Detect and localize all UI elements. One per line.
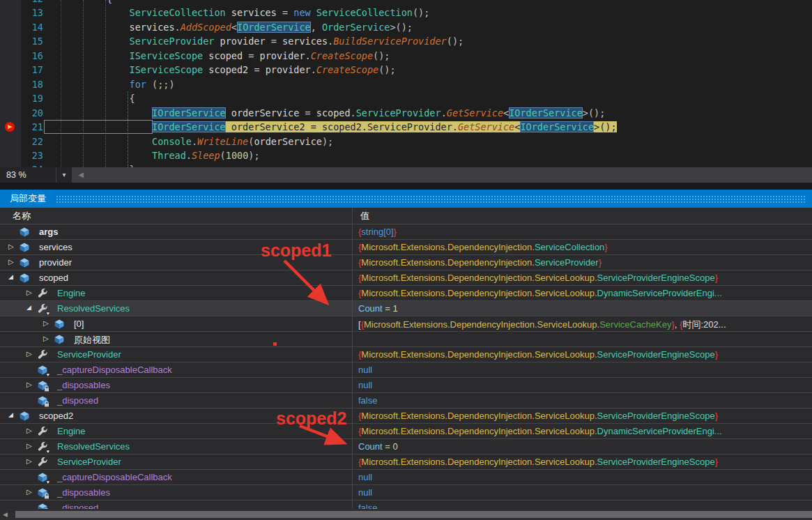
value-segment: ServiceProvider xyxy=(535,257,599,268)
code-token xyxy=(61,36,130,47)
field-icon xyxy=(38,381,47,390)
variable-name: scoped2 xyxy=(39,411,73,421)
value-segment: ServiceProviderEngineScope xyxy=(597,273,715,283)
code-token: orderService xyxy=(226,107,305,118)
field-icon xyxy=(54,319,64,329)
value-segment: null xyxy=(358,380,372,390)
scrollbar-thumb[interactable] xyxy=(15,511,812,518)
variable-value[interactable]: {Microsoft.Extensions.DependencyInjectio… xyxy=(358,257,812,268)
value-segment: = 0 xyxy=(383,441,398,452)
column-header-value[interactable]: 值 xyxy=(360,210,369,222)
locals-row-ResolvedServices[interactable]: ◢♥ResolvedServicesCount = 1 xyxy=(0,301,812,316)
locals-row-ResolvedServices[interactable]: ▷♥ResolvedServicesCount = 0 xyxy=(0,439,812,454)
variable-value[interactable]: [{Microsoft.Extensions.DependencyInjecti… xyxy=(358,319,812,331)
code-token xyxy=(146,79,152,90)
variable-value[interactable]: {Microsoft.Extensions.DependencyInjectio… xyxy=(358,426,812,436)
column-divider[interactable] xyxy=(352,208,353,520)
expand-arrow-icon[interactable]: ▷ xyxy=(26,381,35,388)
locals-row-_disposables[interactable]: ▷_disposablesnull xyxy=(0,485,812,500)
internal-heart-icon: ♥ xyxy=(47,372,49,377)
field-icon: ♥ xyxy=(38,473,47,482)
value-segment: DynamicServiceProviderEngi... xyxy=(597,426,722,436)
locals-row-Engine[interactable]: ▷Engine{Microsoft.Extensions.DependencyI… xyxy=(0,286,812,301)
scroll-left-icon[interactable]: ◀ xyxy=(3,510,8,519)
annotation-scoped1: scoped1 xyxy=(261,240,331,261)
column-header-name[interactable]: 名称 xyxy=(13,210,31,222)
code-token xyxy=(61,79,130,90)
property-icon: ♥ xyxy=(38,304,47,314)
variable-value[interactable]: {Microsoft.Extensions.DependencyInjectio… xyxy=(358,349,812,360)
variable-value[interactable]: null xyxy=(358,472,812,482)
locals-row-provider[interactable]: ▷provider{Microsoft.Extensions.Dependenc… xyxy=(0,255,812,270)
collapse-arrow-icon[interactable]: ◢ xyxy=(8,273,17,280)
value-segment: } xyxy=(715,457,718,467)
locals-horizontal-scrollbar[interactable]: ◀ xyxy=(0,509,812,520)
expand-arrow-icon[interactable]: ▷ xyxy=(43,319,52,327)
code-editor[interactable]: 12131415161718192021222324 { ServiceColl… xyxy=(0,0,812,167)
locals-row-[0][interactable]: ▷[0][{Microsoft.Extensions.DependencyInj… xyxy=(0,316,812,332)
variable-value[interactable]: null xyxy=(358,365,812,375)
code-token: . xyxy=(311,64,316,75)
locals-row-原始视图[interactable]: ▷原始视图 xyxy=(0,332,812,347)
value-segment: string[0] xyxy=(361,227,393,237)
locals-row-ServiceProvider[interactable]: ▷ServiceProvider{Microsoft.Extensions.De… xyxy=(0,347,812,362)
annotation-dot xyxy=(273,342,277,346)
horizontal-scrollbar[interactable] xyxy=(90,167,812,183)
code-line-16: IServiceScope scoped = provider.CreateSc… xyxy=(61,49,390,63)
locals-row-services[interactable]: ▷services{Microsoft.Extensions.Dependenc… xyxy=(0,240,812,255)
variable-value[interactable]: null xyxy=(358,487,812,498)
expand-arrow-icon[interactable]: ▷ xyxy=(26,488,35,496)
code-token: . xyxy=(328,36,333,47)
locals-row-Engine[interactable]: ▷Engine{Microsoft.Extensions.DependencyI… xyxy=(0,424,812,439)
expand-arrow-icon[interactable]: ▷ xyxy=(8,243,17,250)
locals-row-_captureDisposableCallback[interactable]: ♥_captureDisposableCallbacknull xyxy=(0,362,812,378)
value-segment: Microsoft.Extensions.DependencyInjection… xyxy=(364,319,599,330)
private-lock-icon xyxy=(44,493,49,500)
expand-arrow-icon[interactable]: ▷ xyxy=(26,442,35,450)
variable-name: Engine xyxy=(57,288,85,298)
locals-row-_disposed[interactable]: _disposedfalse xyxy=(0,393,812,408)
zoom-dropdown-icon[interactable]: ▾ xyxy=(56,167,72,183)
variable-name: 原始视图 xyxy=(74,334,110,346)
code-token: = xyxy=(248,50,259,61)
variable-value[interactable]: {Microsoft.Extensions.DependencyInjectio… xyxy=(358,457,812,467)
expand-arrow-icon[interactable]: ▷ xyxy=(43,335,52,342)
locals-row-scoped[interactable]: ◢scoped{Microsoft.Extensions.DependencyI… xyxy=(0,270,812,286)
expand-arrow-icon[interactable]: ▷ xyxy=(26,457,35,465)
locals-title-bar[interactable]: 局部变量 xyxy=(0,190,812,208)
scroll-left-icon[interactable]: ◀ xyxy=(72,167,90,183)
variable-value[interactable]: null xyxy=(358,380,812,390)
collapse-arrow-icon[interactable]: ◢ xyxy=(26,304,35,311)
variable-value[interactable]: {Microsoft.Extensions.DependencyInjectio… xyxy=(358,242,812,252)
code-token xyxy=(61,136,152,147)
internal-heart-icon: ♥ xyxy=(47,449,49,454)
variable-value[interactable]: Count = 0 xyxy=(358,441,812,452)
code-token: { xyxy=(61,0,112,4)
variable-name: ServiceProvider xyxy=(57,349,121,360)
expand-arrow-icon[interactable]: ▷ xyxy=(26,427,35,434)
code-token: new xyxy=(293,7,310,18)
expand-arrow-icon[interactable]: ▷ xyxy=(26,289,35,296)
value-segment: ServiceCollection xyxy=(535,242,604,252)
locals-row-scoped2[interactable]: ◢scoped2{Microsoft.Extensions.Dependency… xyxy=(0,408,812,424)
code-token: OrderService xyxy=(322,22,390,33)
variable-value[interactable]: {Microsoft.Extensions.DependencyInjectio… xyxy=(358,411,812,421)
expand-arrow-icon[interactable]: ▷ xyxy=(8,258,17,266)
locals-row-ServiceProvider[interactable]: ▷ServiceProvider{Microsoft.Extensions.De… xyxy=(0,454,812,470)
variable-value[interactable]: {string[0]} xyxy=(358,227,812,237)
variable-value[interactable]: false xyxy=(358,395,812,406)
locals-row-args[interactable]: args{string[0]} xyxy=(0,224,812,240)
variable-value[interactable]: {Microsoft.Extensions.DependencyInjectio… xyxy=(358,288,812,298)
locals-row-_disposables[interactable]: ▷_disposablesnull xyxy=(0,378,812,393)
collapse-arrow-icon[interactable]: ◢ xyxy=(8,411,17,418)
zoom-selector[interactable]: 83 % xyxy=(0,167,56,183)
value-segment: ServiceProviderEngineScope xyxy=(597,411,715,421)
code-token: . xyxy=(186,150,192,161)
variable-value[interactable]: Count = 1 xyxy=(358,303,812,314)
code-token: (); xyxy=(378,64,395,75)
highlighted-reference: IOrderService xyxy=(152,107,226,118)
code-token: BuildServiceProvider xyxy=(333,36,447,47)
variable-value[interactable]: {Microsoft.Extensions.DependencyInjectio… xyxy=(358,273,812,283)
locals-row-_captureDisposableCallback[interactable]: ♥_captureDisposableCallbacknull xyxy=(0,470,812,485)
expand-arrow-icon[interactable]: ▷ xyxy=(26,350,35,358)
